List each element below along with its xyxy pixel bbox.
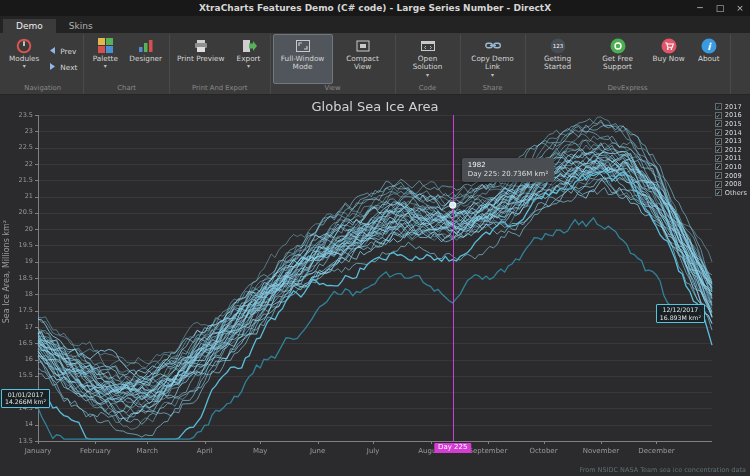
legend-label: 2012: [725, 146, 742, 154]
dropdown-caret-icon: ▾: [491, 72, 494, 78]
buy-now-icon: [661, 37, 677, 54]
full-window-mode-icon: [295, 37, 311, 54]
legend-checkbox-icon[interactable]: ✓: [715, 138, 722, 145]
ribbon-button-full-window-mode[interactable]: Full-Window Mode: [273, 34, 333, 84]
prev-arrow-icon: [48, 46, 57, 57]
legend-item-2016[interactable]: ✓2016: [715, 112, 747, 120]
annotation-end: 12/12/2017 16.893M km²: [656, 304, 705, 323]
annotation-start: 01/01/2017 14.266M km²: [1, 389, 50, 408]
legend-item-2013[interactable]: ✓2013: [715, 137, 747, 145]
annotation-end-value: 16.893M km²: [660, 314, 701, 321]
chart-legend: ✓2017✓2016✓2015✓2014✓2013✓2012✓2011✓2010…: [715, 103, 747, 197]
ribbon-button-label: Copy Demo Link: [468, 55, 518, 72]
modules-icon: [16, 37, 32, 54]
legend-checkbox-icon[interactable]: ✓: [715, 129, 722, 136]
open-solution-icon: [420, 37, 436, 54]
annotation-end-date: 12/12/2017: [660, 306, 701, 313]
tooltip-value-text: Day 225: 20.736M km²: [468, 170, 548, 179]
ribbon-button-label: Getting Started: [533, 55, 583, 72]
ribbon-button-next[interactable]: Next: [46, 61, 79, 74]
legend-label: 2014: [725, 129, 742, 137]
legend-item-2008[interactable]: ✓2008: [715, 180, 747, 188]
legend-item-2010[interactable]: ✓2010: [715, 163, 747, 171]
chart-title: Global Sea Ice Area: [0, 99, 750, 114]
compact-view-icon: [355, 37, 371, 54]
ribbon-group-navigation: Modules▾PrevNextNavigation: [2, 34, 84, 94]
legend-item-2012[interactable]: ✓2012: [715, 146, 747, 154]
legend-label: 2008: [725, 180, 742, 188]
export-icon: [241, 37, 257, 54]
ribbon: Modules▾PrevNextNavigationPalette▾Design…: [0, 33, 750, 95]
data-source-footnote: From NSIDC NASA Team sea ice concentrati…: [579, 466, 746, 474]
legend-checkbox-icon[interactable]: ✓: [715, 181, 722, 188]
legend-label: 2009: [725, 172, 742, 180]
ribbon-button-copy-demo-link[interactable]: Copy Demo Link▾: [463, 34, 523, 84]
legend-checkbox-icon[interactable]: ✓: [715, 103, 722, 110]
designer-icon: [138, 37, 154, 54]
legend-label: 2013: [725, 137, 742, 145]
legend-checkbox-icon[interactable]: ✓: [715, 146, 722, 153]
ribbon-button-label: About: [698, 55, 720, 63]
tab-skins[interactable]: Skins: [56, 19, 106, 33]
legend-label: 2015: [725, 120, 742, 128]
ribbon-button-label: Prev: [60, 47, 76, 56]
ribbon-button-label: Open Solution: [403, 55, 453, 72]
ribbon-button-open-solution[interactable]: Open Solution▾: [398, 34, 458, 84]
ribbon-button-label: Next: [60, 63, 77, 72]
legend-checkbox-icon[interactable]: ✓: [715, 112, 722, 119]
legend-label: 2016: [725, 111, 742, 119]
ribbon-button-export[interactable]: Export▾: [230, 34, 268, 84]
legend-checkbox-icon[interactable]: ✓: [715, 189, 722, 196]
ribbon-group-print-and-export: Print PreviewExport▾Print And Export: [170, 34, 271, 94]
ribbon-button-compact-view[interactable]: Compact View: [333, 34, 393, 84]
legend-item-2014[interactable]: ✓2014: [715, 129, 747, 137]
ribbon-group-label: Print And Export: [172, 84, 268, 94]
palette-icon: [98, 37, 113, 54]
ribbon-group-label: View: [273, 84, 393, 94]
legend-label: 2017: [725, 103, 742, 111]
ribbon-button-palette[interactable]: Palette▾: [86, 34, 124, 84]
ribbon-button-getting-started[interactable]: 123Getting Started: [528, 34, 588, 84]
crosshair-tooltip: 1982 Day 225: 20.736M km²: [462, 158, 554, 182]
tooltip-series-name: 1982: [468, 161, 548, 170]
close-icon[interactable]: ×: [730, 0, 750, 16]
ribbon-group-label: DevExpress: [528, 84, 728, 94]
legend-item-2015[interactable]: ✓2015: [715, 120, 747, 128]
legend-item-2009[interactable]: ✓2009: [715, 172, 747, 180]
legend-item-others[interactable]: ✓Others: [715, 189, 747, 197]
ribbon-button-modules[interactable]: Modules▾: [4, 34, 44, 84]
annotation-start-value: 14.266M km²: [5, 398, 46, 405]
ribbon-button-label: Designer: [129, 55, 162, 63]
minimize-icon[interactable]: ─: [690, 0, 710, 16]
ribbon-button-buy-now[interactable]: Buy Now: [648, 34, 690, 84]
legend-checkbox-icon[interactable]: ✓: [715, 155, 722, 162]
legend-label: 2010: [725, 163, 742, 171]
chart-canvas[interactable]: [0, 95, 750, 476]
chart-area: Global Sea Ice Area Sea Ice Area, Millio…: [0, 95, 750, 476]
y-axis-title: Sea Ice Area, Millions km²: [2, 220, 11, 323]
legend-item-2011[interactable]: ✓2011: [715, 155, 747, 163]
ribbon-tab-bar: Demo Skins: [0, 16, 750, 33]
ribbon-button-designer[interactable]: Designer: [124, 34, 167, 84]
ribbon-button-label: Buy Now: [653, 55, 685, 63]
dropdown-caret-icon: ▾: [104, 63, 107, 69]
legend-checkbox-icon[interactable]: ✓: [715, 120, 722, 127]
ribbon-group-label: Navigation: [4, 84, 81, 94]
tab-demo[interactable]: Demo: [3, 19, 56, 33]
ribbon-button-print-preview[interactable]: Print Preview: [172, 34, 230, 84]
maximize-icon[interactable]: □: [710, 0, 730, 16]
ribbon-group-view: Full-Window ModeCompact ViewView: [271, 34, 396, 94]
titlebar[interactable]: XtraCharts Features Demo (C# code) - Lar…: [0, 0, 750, 16]
print-preview-icon: [193, 37, 209, 54]
ribbon-group-label: Code: [398, 84, 458, 94]
getting-started-icon: 123: [550, 37, 566, 54]
legend-checkbox-icon[interactable]: ✓: [715, 163, 722, 170]
legend-item-2017[interactable]: ✓2017: [715, 103, 747, 111]
ribbon-button-get-free-support[interactable]: Get Free Support: [588, 34, 648, 84]
window-controls: ─ □ ×: [690, 0, 750, 16]
ribbon-button-about[interactable]: iAbout: [690, 34, 728, 84]
ribbon-group-label: Chart: [86, 84, 167, 94]
legend-checkbox-icon[interactable]: ✓: [715, 172, 722, 179]
ribbon-button-prev[interactable]: Prev: [46, 45, 79, 58]
ribbon-group-devexpress: 123Getting StartedGet Free SupportBuy No…: [526, 34, 731, 94]
